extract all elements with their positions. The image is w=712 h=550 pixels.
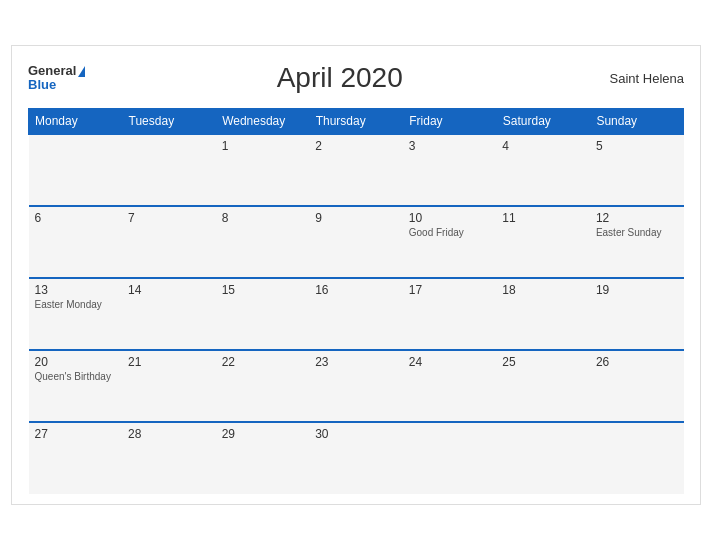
holiday-name: Good Friday <box>409 227 491 238</box>
day-number: 2 <box>315 139 397 153</box>
logo-general-text: General <box>28 64 85 78</box>
calendar-cell: 12Easter Sunday <box>590 206 684 278</box>
day-number: 14 <box>128 283 210 297</box>
calendar-cell: 13Easter Monday <box>29 278 123 350</box>
logo: General Blue <box>28 64 85 93</box>
calendar-cell: 4 <box>496 134 590 206</box>
calendar-cell: 5 <box>590 134 684 206</box>
day-number: 1 <box>222 139 304 153</box>
calendar-cell: 25 <box>496 350 590 422</box>
calendar-cell: 2 <box>309 134 403 206</box>
day-number: 13 <box>35 283 117 297</box>
calendar-cell: 20Queen's Birthday <box>29 350 123 422</box>
calendar-cell: 9 <box>309 206 403 278</box>
day-number: 26 <box>596 355 678 369</box>
day-number: 27 <box>35 427 117 441</box>
day-number: 24 <box>409 355 491 369</box>
calendar-cell: 3 <box>403 134 497 206</box>
day-number: 15 <box>222 283 304 297</box>
day-number: 7 <box>128 211 210 225</box>
calendar-cell: 6 <box>29 206 123 278</box>
col-tuesday: Tuesday <box>122 109 216 135</box>
col-friday: Friday <box>403 109 497 135</box>
calendar-cell: 21 <box>122 350 216 422</box>
calendar-header: General Blue April 2020 Saint Helena <box>28 62 684 94</box>
calendar-title: April 2020 <box>85 62 594 94</box>
calendar-week-row: 27282930 <box>29 422 684 494</box>
day-number: 12 <box>596 211 678 225</box>
calendar-table: Monday Tuesday Wednesday Thursday Friday… <box>28 108 684 494</box>
region-label: Saint Helena <box>594 71 684 86</box>
calendar-cell: 1 <box>216 134 310 206</box>
calendar-week-row: 20Queen's Birthday212223242526 <box>29 350 684 422</box>
weekday-header-row: Monday Tuesday Wednesday Thursday Friday… <box>29 109 684 135</box>
calendar-week-row: 678910Good Friday1112Easter Sunday <box>29 206 684 278</box>
day-number: 11 <box>502 211 584 225</box>
calendar-cell: 27 <box>29 422 123 494</box>
calendar-week-row: 13Easter Monday141516171819 <box>29 278 684 350</box>
day-number: 21 <box>128 355 210 369</box>
col-saturday: Saturday <box>496 109 590 135</box>
col-wednesday: Wednesday <box>216 109 310 135</box>
calendar-cell: 24 <box>403 350 497 422</box>
day-number: 10 <box>409 211 491 225</box>
calendar-cell: 22 <box>216 350 310 422</box>
calendar-cell: 17 <box>403 278 497 350</box>
day-number: 3 <box>409 139 491 153</box>
day-number: 6 <box>35 211 117 225</box>
day-number: 22 <box>222 355 304 369</box>
day-number: 19 <box>596 283 678 297</box>
calendar-cell: 16 <box>309 278 403 350</box>
day-number: 5 <box>596 139 678 153</box>
calendar-cell <box>403 422 497 494</box>
day-number: 18 <box>502 283 584 297</box>
calendar-cell: 23 <box>309 350 403 422</box>
day-number: 25 <box>502 355 584 369</box>
calendar-cell: 26 <box>590 350 684 422</box>
holiday-name: Easter Sunday <box>596 227 678 238</box>
calendar-cell: 15 <box>216 278 310 350</box>
calendar-cell: 19 <box>590 278 684 350</box>
calendar-cell <box>122 134 216 206</box>
day-number: 20 <box>35 355 117 369</box>
calendar-cell <box>496 422 590 494</box>
holiday-name: Easter Monday <box>35 299 117 310</box>
day-number: 8 <box>222 211 304 225</box>
day-number: 4 <box>502 139 584 153</box>
day-number: 28 <box>128 427 210 441</box>
calendar-cell: 18 <box>496 278 590 350</box>
day-number: 9 <box>315 211 397 225</box>
calendar-cell: 28 <box>122 422 216 494</box>
col-sunday: Sunday <box>590 109 684 135</box>
calendar-body: 12345678910Good Friday1112Easter Sunday1… <box>29 134 684 494</box>
calendar-wrapper: General Blue April 2020 Saint Helena Mon… <box>11 45 701 505</box>
holiday-name: Queen's Birthday <box>35 371 117 382</box>
calendar-cell: 14 <box>122 278 216 350</box>
day-number: 30 <box>315 427 397 441</box>
calendar-cell <box>29 134 123 206</box>
col-monday: Monday <box>29 109 123 135</box>
logo-blue-text: Blue <box>28 78 85 92</box>
logo-triangle-icon <box>78 66 85 77</box>
calendar-cell: 8 <box>216 206 310 278</box>
calendar-cell <box>590 422 684 494</box>
day-number: 23 <box>315 355 397 369</box>
calendar-cell: 10Good Friday <box>403 206 497 278</box>
calendar-cell: 30 <box>309 422 403 494</box>
calendar-cell: 11 <box>496 206 590 278</box>
day-number: 16 <box>315 283 397 297</box>
calendar-cell: 7 <box>122 206 216 278</box>
calendar-cell: 29 <box>216 422 310 494</box>
day-number: 17 <box>409 283 491 297</box>
col-thursday: Thursday <box>309 109 403 135</box>
calendar-week-row: 12345 <box>29 134 684 206</box>
day-number: 29 <box>222 427 304 441</box>
